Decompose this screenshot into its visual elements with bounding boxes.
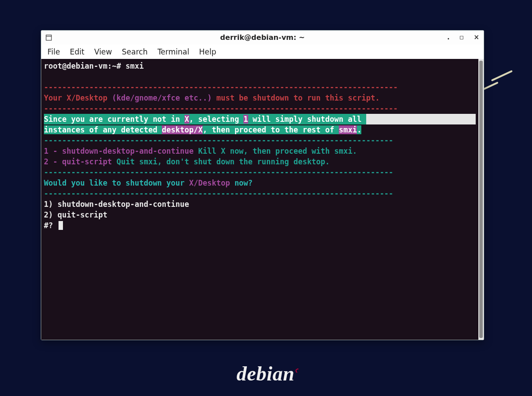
prompt-question-emph: X/Desktop xyxy=(189,179,230,187)
shell-prompt: root@debian-vm:~# xyxy=(44,62,125,70)
scrollbar-thumb[interactable] xyxy=(479,61,483,338)
menu-edit[interactable]: Edit xyxy=(70,47,84,56)
app-menu-icon[interactable] xyxy=(46,35,86,41)
info-line-2: instances of any detected desktop/X, the… xyxy=(44,125,361,134)
warning-parenthetical: (kde/gnome/xfce etc..) xyxy=(107,93,216,102)
menu-choice-1: 1) shutdown-desktop-and-continue xyxy=(44,199,476,210)
divider-teal-3: ----------------------------------------… xyxy=(44,188,476,199)
option-1-desc: Kill X now, then proceed with smxi. xyxy=(194,147,357,155)
menu-search[interactable]: Search xyxy=(122,47,148,56)
vertical-scrollbar[interactable] xyxy=(478,59,484,340)
divider-red-2: ----------------------------------------… xyxy=(44,103,476,114)
terminal-window: derrik@debian-vm: ~ . ▫ × File Edit View… xyxy=(41,30,484,340)
debian-wordmark: debian xyxy=(237,362,295,385)
shell-command: smxi xyxy=(125,62,144,70)
selection-highlight xyxy=(366,114,476,124)
menu-view[interactable]: View xyxy=(94,47,112,56)
info-line-1: Since you are currently not in X, select… xyxy=(44,114,366,124)
minimize-button[interactable]: . xyxy=(447,34,450,41)
menubar: File Edit View Search Terminal Help xyxy=(41,45,484,59)
debian-swirl-icon xyxy=(295,368,301,373)
menu-file[interactable]: File xyxy=(47,47,60,56)
divider-teal-2: ----------------------------------------… xyxy=(44,167,476,178)
input-prompt[interactable]: #? xyxy=(44,221,58,230)
menu-terminal[interactable]: Terminal xyxy=(157,47,189,56)
text-cursor-icon xyxy=(59,221,63,230)
prompt-question: Would you like to shutdown your xyxy=(44,179,189,187)
menu-help[interactable]: Help xyxy=(199,47,216,56)
warning-text: Your X/Desktop xyxy=(44,93,107,102)
debian-logo: debian xyxy=(237,362,296,385)
prompt-question-tail: now? xyxy=(230,179,253,187)
option-2: 2 - quit-script xyxy=(44,157,112,166)
option-2-desc: Quit smxi, don't shut down the running d… xyxy=(112,157,330,166)
menu-choice-2: 2) quit-script xyxy=(44,210,476,220)
close-button[interactable]: × xyxy=(473,34,479,41)
divider-teal: ----------------------------------------… xyxy=(44,135,476,146)
terminal-output[interactable]: root@debian-vm:~# smxi -----------------… xyxy=(41,59,478,340)
divider-red: ----------------------------------------… xyxy=(44,82,476,93)
window-titlebar[interactable]: derrik@debian-vm: ~ . ▫ × xyxy=(41,31,484,45)
svg-rect-0 xyxy=(46,35,51,40)
window-title: derrik@debian-vm: ~ xyxy=(86,33,439,42)
maximize-button[interactable]: ▫ xyxy=(459,34,464,41)
warning-text-tail: must be shutdown to run this script. xyxy=(216,93,379,102)
option-1: 1 - shutdown-desktop-and-continue xyxy=(44,147,194,155)
